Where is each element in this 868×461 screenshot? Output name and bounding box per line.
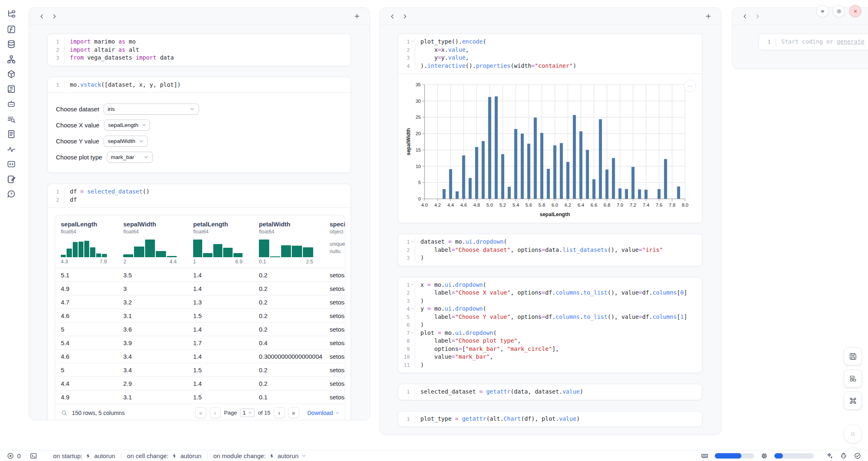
dropdown-choose-y-value[interactable]: sepalWidth (104, 136, 148, 147)
previous-page-button[interactable]: ‹ (210, 407, 221, 418)
column-histogram (193, 239, 242, 257)
ram-icon (701, 452, 709, 460)
runtime-config-item[interactable]: on module change:autorun (213, 452, 307, 459)
code-line: 1plot_type().encode( (398, 38, 702, 46)
sidebar-functions-icon[interactable] (7, 25, 16, 34)
add-cell-button[interactable] (702, 10, 714, 23)
code-line: 2df (48, 196, 351, 204)
save-button[interactable] (844, 347, 862, 365)
table-cell: 0.4 (253, 339, 324, 346)
table-search-icon[interactable] (61, 410, 67, 416)
last-page-button[interactable]: » (288, 407, 299, 418)
terminal-button[interactable] (30, 452, 37, 460)
settings-button[interactable] (833, 5, 845, 17)
dropdown-choose-x-value[interactable]: sepalLength (104, 120, 150, 131)
column-back-button[interactable] (386, 10, 399, 23)
sidebar-dependencies-icon[interactable] (7, 55, 16, 64)
column-header-petalLength[interactable]: petalLengthfloat6416.9 (187, 221, 253, 268)
table-row[interactable]: 53.61.40.2setosa (55, 322, 345, 336)
table-row[interactable]: 4.93.11.50.1setosa (55, 390, 345, 403)
sidebar-ai-chat-icon[interactable] (7, 99, 16, 109)
sidebar-search-logs-icon[interactable] (7, 115, 16, 124)
code-editor[interactable]: 1Start coding or generate with AI (759, 34, 868, 50)
code-editor[interactable]: 1import marimo as mo2import altair as al… (48, 34, 351, 66)
sidebar-snippets-icon[interactable] (7, 159, 16, 169)
code-editor[interactable]: 1plot_type().encode(2 x=x.value,3 y=y.va… (398, 34, 702, 74)
cpu-icon (760, 452, 768, 460)
code-line: 1mo.vstack([dataset, x, y, plot]) (48, 81, 351, 89)
right-cells-container: 1Start coding or generate with AI (732, 25, 868, 69)
sidebar-tracing-icon[interactable] (7, 145, 16, 154)
column-header-species[interactable]: speciesobjectuniquenulls: (324, 221, 345, 268)
table-row[interactable]: 4.63.41.40.30000000000000004setosa (55, 349, 345, 363)
table-cell: 1.5 (187, 312, 253, 319)
column-forward-button[interactable] (399, 10, 411, 23)
svg-text:0: 0 (418, 196, 421, 201)
ai-sparkles-button[interactable] (826, 452, 833, 460)
code-editor[interactable]: 1dataset = mo.ui.dropdown(2 label="Choos… (398, 234, 702, 266)
sidebar-logs-icon[interactable] (7, 85, 16, 94)
svg-text:4.0: 4.0 (421, 203, 428, 207)
column-forward-button[interactable] (751, 10, 764, 23)
table-row[interactable]: 4.63.11.50.2setosa (55, 309, 345, 322)
control-row: Choose X valuesepalLength (56, 120, 342, 131)
fold-chevron-icon[interactable] (411, 240, 414, 243)
table-row[interactable]: 4.73.21.30.2setosa (55, 295, 345, 309)
close-button[interactable] (849, 5, 861, 17)
column-header-sepalWidth[interactable]: sepalWidthfloat6424.4 (118, 221, 187, 268)
fold-chevron-icon[interactable] (411, 39, 414, 43)
dropdown-value: sepalWidth (108, 138, 135, 144)
column-back-button[interactable] (739, 10, 751, 23)
runtime-config-item[interactable]: on cell change:autorun (127, 452, 201, 459)
connection-status-icon[interactable] (854, 452, 861, 460)
assistant-button[interactable] (840, 452, 847, 460)
add-cell-button[interactable] (351, 10, 363, 23)
table-row[interactable]: 53.41.50.2setosa (55, 363, 345, 376)
notebook-action-buttons (843, 347, 862, 461)
sidebar-help-icon[interactable]: ? (7, 189, 16, 199)
first-page-button[interactable]: « (195, 407, 206, 418)
code-editor[interactable]: 1plot_type = getattr(alt.Chart(df), plot… (398, 411, 702, 427)
table-row[interactable]: 4.931.40.2setosa (55, 281, 345, 295)
fold-chevron-icon[interactable] (411, 331, 414, 334)
svg-text:6.2: 6.2 (565, 203, 571, 207)
chevron-down-icon (301, 453, 307, 459)
dropdown-value: iris (108, 106, 115, 112)
code-line: 3 y=y.value, (398, 54, 702, 62)
code-editor[interactable]: 1selected_dataset = getattr(data, datase… (398, 384, 702, 400)
fold-chevron-icon[interactable] (411, 307, 414, 310)
table-cell: 1.5 (187, 394, 253, 401)
code-editor[interactable]: 1df = selected_dataset()2df (48, 184, 351, 207)
altair-bar-chart[interactable]: 4.04.24.44.64.85.05.25.45.65.86.06.26.46… (398, 74, 702, 223)
code-line: 2import altair as alt (48, 46, 351, 54)
stop-button[interactable] (843, 424, 862, 443)
layout-button[interactable] (844, 369, 862, 387)
error-indicator[interactable]: 0 (7, 452, 21, 460)
download-button[interactable]: Download (307, 410, 340, 416)
keyboard-shortcuts-button[interactable] (844, 392, 862, 410)
column-forward-button[interactable] (48, 10, 60, 23)
sidebar-datasources-icon[interactable] (7, 39, 16, 49)
table-row[interactable]: 4.42.91.40.2setosa (55, 376, 345, 390)
chart-menu-button[interactable] (684, 80, 696, 92)
runtime-config-item[interactable]: on startup:autorun (53, 452, 115, 459)
line-number: 1 (398, 388, 415, 396)
dropdown-choose-plot-type[interactable]: mark_bar (107, 152, 153, 163)
next-page-button[interactable]: › (274, 407, 285, 418)
code-editor[interactable]: 1x = mo.ui.dropdown(2 label="Choose X va… (398, 277, 702, 373)
menu-button[interactable] (816, 5, 829, 17)
sidebar-documentation-icon[interactable] (7, 129, 16, 139)
notebook-column-middle: 1plot_type().encode(2 x=x.value,3 y=y.va… (379, 7, 721, 435)
sidebar-file-tree-icon[interactable] (7, 9, 16, 19)
page-select[interactable]: 1 (240, 408, 254, 417)
column-header-petalWidth[interactable]: petalWidthfloat640.12.5 (253, 221, 324, 268)
table-row[interactable]: 5.43.91.70.4setosa (55, 336, 345, 349)
table-row[interactable]: 5.13.51.40.2setosa (55, 268, 345, 281)
sidebar-packages-icon[interactable] (7, 69, 16, 79)
column-back-button[interactable] (36, 10, 48, 23)
column-header-sepalLength[interactable]: sepalLengthfloat644.37.9 (55, 221, 118, 268)
fold-chevron-icon[interactable] (411, 283, 414, 286)
sidebar-scratchpad-icon[interactable] (7, 175, 16, 184)
dropdown-choose-dataset[interactable]: iris (104, 104, 199, 115)
code-editor[interactable]: 1mo.vstack([dataset, x, y, plot]) (48, 77, 351, 93)
